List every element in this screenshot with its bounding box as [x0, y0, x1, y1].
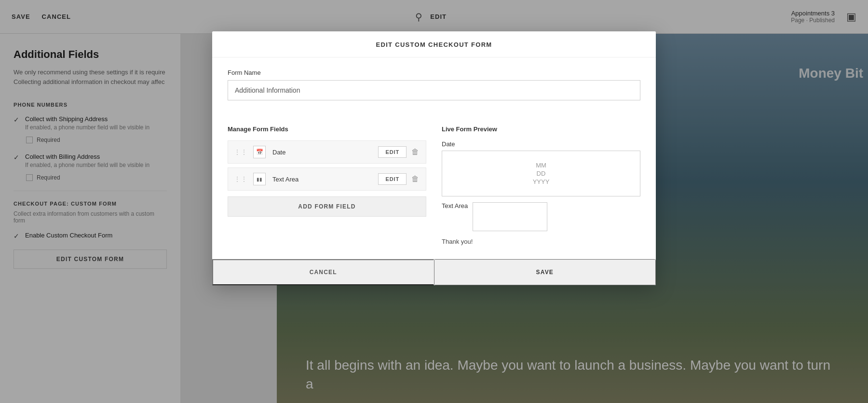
modal-header: EDIT CUSTOM CHECKOUT FORM	[212, 31, 656, 57]
modal-body: Manage Form Fields ⋮⋮ 📅 Date EDIT 🗑 ⋮⋮ ▮…	[212, 112, 656, 259]
date-edit-button[interactable]: EDIT	[378, 146, 407, 158]
form-name-label: Form Name	[228, 69, 640, 76]
date-drag-handle[interactable]: ⋮⋮	[234, 148, 247, 156]
date-field-row: ⋮⋮ 📅 Date EDIT 🗑	[228, 140, 426, 164]
textarea-drag-handle[interactable]: ⋮⋮	[234, 175, 247, 183]
form-name-section: Form Name	[228, 69, 640, 100]
preview-date-dd: DD	[452, 170, 630, 177]
textarea-edit-button[interactable]: EDIT	[378, 173, 407, 185]
preview-textarea[interactable]	[473, 202, 547, 231]
preview-date-yyyy: YYYY	[452, 178, 630, 185]
textarea-delete-button[interactable]: 🗑	[410, 175, 420, 183]
textarea-field-name: Text Area	[272, 176, 374, 183]
preview-date-label: Date	[442, 140, 640, 148]
preview-date-box: MM DD YYYY	[442, 151, 640, 196]
manage-form-fields-label: Manage Form Fields	[228, 125, 426, 133]
live-form-preview-label: Live Form Preview	[442, 125, 640, 133]
modal-save-button[interactable]: SAVE	[434, 259, 656, 285]
textarea-field-icon: ▮▮	[253, 173, 266, 185]
edit-custom-checkout-modal: EDIT CUSTOM CHECKOUT FORM Form Name Mana…	[212, 31, 656, 285]
textarea-field-row: ⋮⋮ ▮▮ Text Area EDIT 🗑	[228, 167, 426, 191]
form-name-input[interactable]	[228, 80, 640, 100]
modal-cancel-button[interactable]: CANCEL	[212, 259, 434, 285]
preview-textarea-label: Text Area	[442, 202, 468, 209]
add-form-field-button[interactable]: ADD FORM FIELD	[228, 196, 426, 217]
date-field-name: Date	[272, 149, 374, 156]
preview-thankyou: Thank you!	[442, 238, 640, 245]
date-delete-button[interactable]: 🗑	[410, 148, 420, 156]
modal-right-col: Live Form Preview Date MM DD YYYY Text A…	[442, 125, 640, 245]
preview-date-mm: MM	[452, 162, 630, 169]
modal-left-col: Manage Form Fields ⋮⋮ 📅 Date EDIT 🗑 ⋮⋮ ▮…	[228, 125, 426, 245]
date-field-icon: 📅	[253, 146, 266, 158]
modal-footer: CANCEL SAVE	[212, 259, 656, 285]
